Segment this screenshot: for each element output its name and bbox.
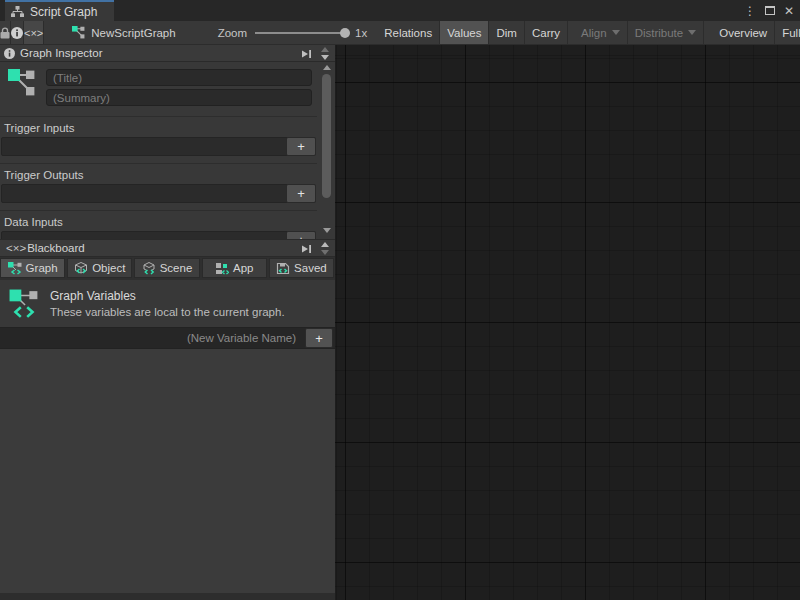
variable-scope-tabs: Graph Object	[0, 257, 335, 280]
tab-graph[interactable]: Graph	[0, 258, 65, 278]
values-button[interactable]: Values	[440, 21, 489, 44]
script-graph-window: Script Graph ⋮ ✕	[0, 0, 800, 600]
graph-canvas[interactable]	[335, 45, 800, 600]
tab-label: Script Graph	[30, 5, 97, 19]
zoom-slider-thumb[interactable]	[340, 28, 350, 38]
info-icon	[11, 27, 23, 39]
lock-button[interactable]	[0, 21, 11, 44]
variables-list-empty-area	[0, 349, 335, 593]
zoom-value: 1x	[355, 27, 367, 39]
graph-asset[interactable]: NewScriptGraph	[72, 21, 175, 44]
graph-variables-icon	[8, 262, 22, 275]
tab-app[interactable]: App	[202, 258, 267, 278]
floppy-disk-icon	[276, 262, 290, 275]
variables-title: Graph Variables	[50, 289, 285, 303]
trigger-inputs-list: +	[1, 137, 316, 156]
sitemap-icon	[11, 6, 24, 17]
scroll-up-icon	[321, 47, 329, 52]
lock-icon	[0, 27, 10, 39]
relations-button[interactable]: Relations	[377, 21, 440, 44]
cube-icon	[74, 262, 88, 275]
scrollbar-thumb[interactable]	[322, 74, 331, 198]
section-label: Trigger Inputs	[0, 119, 317, 137]
zoom-label: Zoom	[218, 27, 247, 39]
new-variable-input[interactable]	[0, 328, 305, 348]
tab-saved[interactable]: Saved	[269, 258, 334, 278]
dock-panel-icon[interactable]	[299, 242, 313, 255]
scene-icon	[142, 262, 156, 275]
panel-title: Graph Inspector	[20, 47, 102, 59]
add-data-input-button[interactable]: +	[286, 231, 316, 239]
header-scroll-arrows[interactable]	[318, 45, 332, 62]
graph-inspector-panel: Graph Inspector	[0, 45, 335, 240]
graph-title-input[interactable]	[46, 69, 312, 86]
graph-asset-name: NewScriptGraph	[91, 27, 175, 39]
fullscreen-button[interactable]: Full Screen	[775, 21, 800, 44]
dim-button[interactable]: Dim	[489, 21, 524, 44]
window-menu-icon[interactable]: ⋮	[744, 5, 756, 17]
scroll-down-icon	[321, 55, 329, 60]
new-variable-row: +	[0, 327, 335, 349]
scroll-up-icon	[321, 242, 329, 247]
dock-panel-icon[interactable]	[299, 47, 313, 60]
add-trigger-output-button[interactable]: +	[286, 184, 316, 203]
graph-node-icon	[8, 69, 36, 97]
align-dropdown[interactable]: Align	[574, 21, 628, 44]
data-inputs-section: Data Inputs +	[0, 210, 317, 239]
trigger-outputs-list: +	[1, 184, 316, 203]
close-icon[interactable]: ✕	[784, 5, 794, 17]
section-label: Trigger Outputs	[0, 166, 317, 184]
tab-script-graph[interactable]: Script Graph	[5, 0, 114, 21]
add-variable-button[interactable]: +	[305, 328, 333, 348]
app-grid-icon	[215, 262, 229, 275]
header-scroll-arrows[interactable]	[318, 240, 332, 257]
panel-bottom-edge	[0, 593, 335, 600]
distribute-dropdown[interactable]: Distribute	[628, 21, 705, 44]
chevron-down-icon	[612, 30, 620, 35]
maximize-icon[interactable]	[765, 6, 775, 15]
blackboard-icon: <×>	[6, 242, 26, 254]
panel-title: Blackboard	[27, 242, 85, 254]
chevron-down-icon	[688, 30, 696, 35]
info-button[interactable]	[11, 21, 24, 44]
code-view-toggle[interactable]: <×>	[24, 21, 44, 44]
tab-scene[interactable]: Scene	[134, 258, 199, 278]
toolbar: <×> NewScriptGraph Zoom 1x Relations Val…	[0, 21, 800, 45]
scrollbar-down-icon[interactable]	[323, 228, 331, 233]
scrollbar-up-icon[interactable]	[323, 65, 331, 70]
inspector-scrollbar[interactable]	[319, 62, 334, 238]
sidebar: Graph Inspector	[0, 45, 335, 600]
scroll-down-icon	[321, 250, 329, 255]
graph-variables-icon	[9, 289, 39, 319]
blackboard-panel: <×> Blackboard	[0, 240, 335, 600]
overview-button[interactable]: Overview	[712, 21, 775, 44]
zoom-slider[interactable]	[255, 32, 347, 34]
data-inputs-list: +	[1, 231, 316, 239]
section-label: Data Inputs	[0, 213, 317, 231]
trigger-outputs-section: Trigger Outputs +	[0, 163, 317, 210]
carry-button[interactable]: Carry	[525, 21, 568, 44]
trigger-inputs-section: Trigger Inputs +	[0, 116, 317, 163]
titlebar: Script Graph ⋮ ✕	[0, 0, 800, 21]
graph-summary-input[interactable]	[46, 89, 312, 106]
info-icon	[4, 48, 15, 59]
add-trigger-input-button[interactable]: +	[286, 137, 316, 156]
tab-object[interactable]: Object	[67, 258, 132, 278]
graph-variables-info: Graph Variables These variables are loca…	[0, 280, 335, 327]
graph-node-icon	[72, 26, 85, 39]
variables-description: These variables are local to the current…	[50, 306, 285, 318]
